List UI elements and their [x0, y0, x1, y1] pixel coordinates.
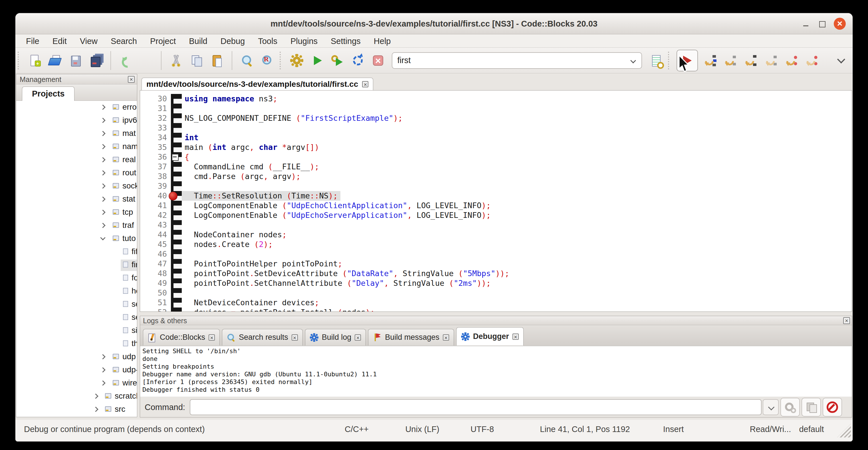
line-number[interactable]: 35: [140, 143, 171, 152]
code-area[interactable]: 30using namespace ns3;3132NS_LOG_COMPONE…: [140, 90, 852, 312]
log-tab-build-messages[interactable]: Build messages: [368, 329, 454, 346]
editor-tab-first-cc[interactable]: mnt/dev/tools/source/ns-3-dev/examples/t…: [142, 78, 373, 90]
minimize-button[interactable]: [802, 20, 810, 28]
run-to-cursor-button[interactable]: [702, 52, 718, 69]
tree-item-fo[interactable]: fo: [16, 272, 137, 285]
menu-project[interactable]: Project: [144, 34, 182, 48]
chevron-collapsed-icon[interactable]: [93, 393, 98, 399]
tree-item-nam[interactable]: nam: [16, 141, 137, 154]
toolbar-gripper[interactable]: [668, 52, 671, 69]
menu-file[interactable]: File: [20, 34, 46, 48]
line-number[interactable]: 31: [140, 103, 171, 113]
maximize-button[interactable]: [818, 20, 826, 28]
log-tab-search-results[interactable]: Search results: [222, 329, 303, 346]
log-tab-close-icon[interactable]: [209, 334, 215, 341]
line-number[interactable]: 34: [140, 133, 171, 143]
chevron-expanded-icon[interactable]: [100, 235, 105, 240]
log-tab-close-icon[interactable]: [443, 334, 449, 341]
line-number[interactable]: 30: [140, 94, 171, 103]
line-number[interactable]: 47: [140, 259, 171, 269]
tree-item-udp[interactable]: udp: [16, 351, 137, 364]
tree-item-traf[interactable]: traf: [16, 219, 137, 233]
log-tab-debugger[interactable]: Debugger: [456, 327, 524, 346]
cut-button[interactable]: [168, 52, 184, 69]
step-out-button[interactable]: [763, 52, 779, 69]
new-file-button[interactable]: [27, 52, 43, 69]
open-file-button[interactable]: [47, 52, 63, 69]
menu-debug[interactable]: Debug: [214, 34, 251, 48]
command-history-dropdown-icon[interactable]: [763, 399, 779, 415]
tree-item-wire[interactable]: wire: [16, 377, 137, 390]
line-number[interactable]: 52: [140, 307, 171, 312]
tree-item-udp-[interactable]: udp-: [16, 364, 137, 377]
copy-log-button[interactable]: [802, 398, 821, 417]
copy-button[interactable]: [188, 52, 205, 69]
menu-help[interactable]: Help: [367, 34, 398, 48]
chevron-collapsed-icon[interactable]: [100, 118, 105, 123]
tree-item-six[interactable]: six: [16, 324, 137, 337]
chevron-collapsed-icon[interactable]: [100, 157, 105, 162]
log-tab-close-icon[interactable]: [291, 334, 298, 341]
step-into-button[interactable]: [742, 52, 759, 69]
find-and-replace-button[interactable]: [259, 52, 275, 69]
run-button[interactable]: [309, 52, 325, 69]
chevron-collapsed-icon[interactable]: [93, 407, 98, 412]
line-number[interactable]: 38: [140, 172, 171, 181]
find-button[interactable]: [239, 52, 255, 69]
line-number[interactable]: 36: [140, 152, 171, 162]
line-number[interactable]: 45: [140, 240, 171, 249]
rebuild-button[interactable]: [349, 52, 366, 69]
chevron-collapsed-icon[interactable]: [100, 223, 105, 228]
toolbar-overflow-icon[interactable]: [837, 55, 845, 63]
toolbar-gripper[interactable]: [18, 52, 21, 69]
tree-item-ipv6[interactable]: ipv6: [16, 114, 137, 127]
chevron-collapsed-icon[interactable]: [100, 354, 105, 359]
chevron-collapsed-icon[interactable]: [100, 104, 105, 110]
line-number[interactable]: 51: [140, 298, 171, 307]
chevron-collapsed-icon[interactable]: [100, 197, 105, 202]
log-tab-build-log[interactable]: Build log: [305, 329, 366, 346]
tree-item-tcp[interactable]: tcp: [16, 206, 137, 219]
debugger-output[interactable]: Setting SHELL to '/bin/sh'doneSetting br…: [140, 346, 852, 397]
tree-item-erro[interactable]: erro: [16, 101, 137, 114]
log-tab-close-icon[interactable]: [355, 334, 361, 341]
build-target-select[interactable]: first: [392, 52, 642, 69]
tree-item-fif[interactable]: fif: [16, 245, 137, 259]
log-tab-code-blocks[interactable]: Code::Blocks: [143, 329, 220, 346]
chevron-collapsed-icon[interactable]: [100, 170, 105, 175]
stop-debugger-button[interactable]: [823, 398, 842, 417]
build-target-options-button[interactable]: [647, 52, 664, 69]
line-number[interactable]: 48: [140, 269, 171, 278]
line-number[interactable]: 44: [140, 230, 171, 240]
menu-edit[interactable]: Edit: [46, 34, 73, 48]
tree-item-sock[interactable]: sock: [16, 180, 137, 193]
chevron-collapsed-icon[interactable]: [100, 183, 105, 188]
tree-item-tuto[interactable]: tuto: [16, 233, 137, 245]
redo-button[interactable]: [138, 52, 154, 69]
close-button[interactable]: [834, 18, 846, 30]
menu-plugins[interactable]: Plugins: [284, 34, 324, 48]
tree-item-fir[interactable]: fir: [16, 259, 137, 272]
line-number[interactable]: 37: [140, 162, 171, 172]
breakpoint-marker[interactable]: [168, 191, 178, 201]
line-number[interactable]: 42: [140, 210, 171, 220]
tree-item-mat[interactable]: mat: [16, 127, 137, 141]
tree-item-th[interactable]: th: [16, 337, 137, 351]
line-number[interactable]: 33: [140, 123, 171, 133]
line-number[interactable]: 49: [140, 278, 171, 288]
step-into-instruction-button[interactable]: [804, 52, 820, 69]
tree-item-he[interactable]: he: [16, 285, 137, 298]
line-number[interactable]: 40: [140, 191, 171, 201]
editor-tab-close-icon[interactable]: [362, 81, 368, 87]
chevron-collapsed-icon[interactable]: [100, 144, 105, 149]
log-tab-close-icon[interactable]: [513, 333, 519, 340]
next-line-button[interactable]: [722, 52, 739, 69]
tree-item-real[interactable]: real: [16, 154, 137, 167]
titlebar[interactable]: mnt/dev/tools/source/ns-3-dev/examples/t…: [16, 13, 852, 34]
next-instruction-button[interactable]: [783, 52, 799, 69]
menu-view[interactable]: View: [73, 34, 104, 48]
resize-grip[interactable]: [837, 424, 851, 438]
abort-build-button[interactable]: [370, 52, 386, 69]
chevron-collapsed-icon[interactable]: [100, 367, 105, 372]
debug-tools-button[interactable]: [780, 398, 800, 417]
